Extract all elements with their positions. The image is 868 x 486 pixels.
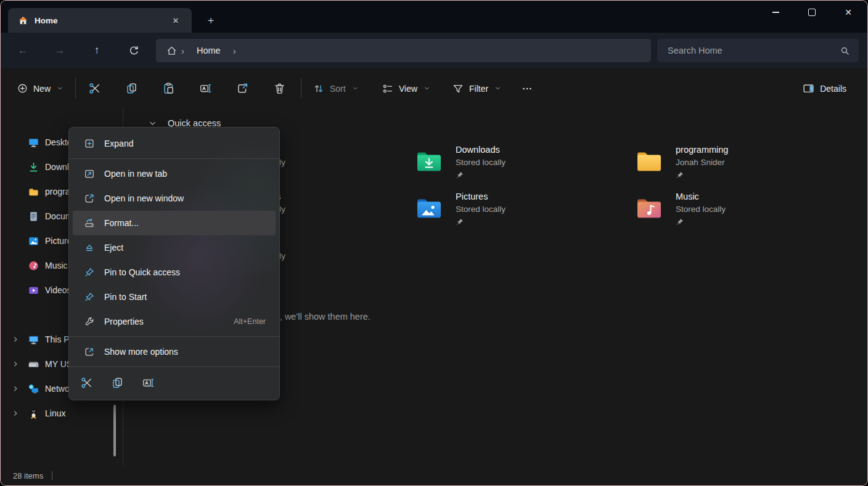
new-button[interactable]: New (10, 77, 70, 100)
menu-item-properties[interactable]: Properties Alt+Enter (73, 309, 276, 334)
address-bar[interactable]: › Home › (156, 39, 651, 62)
navigation-bar: ← → ↑ › Home › (1, 33, 867, 68)
cut-icon (80, 376, 93, 389)
rename-button[interactable] (137, 372, 158, 393)
filter-button[interactable]: Filter (446, 77, 507, 100)
maximize-button[interactable] (798, 2, 826, 23)
network-icon (28, 383, 39, 395)
view-button[interactable]: View (375, 77, 436, 100)
menu-item-expand[interactable]: Expand (73, 131, 276, 156)
tile-music[interactable]: Music Stored locally (635, 188, 845, 235)
ellipsis-icon (521, 83, 533, 95)
menu-item-format[interactable]: Format... (73, 211, 276, 235)
details-label: Details (820, 84, 846, 94)
sort-label: Sort (330, 84, 346, 94)
home-icon (18, 15, 28, 26)
usb-drive-icon (28, 358, 39, 370)
tile-downloads[interactable]: Downloads Stored locally (415, 141, 624, 188)
cut-button[interactable] (83, 77, 106, 100)
chevron-down-icon (494, 85, 501, 92)
tab-home[interactable]: Home ✕ (8, 8, 192, 33)
delete-icon (273, 82, 286, 95)
tab-close-icon[interactable]: ✕ (168, 13, 183, 28)
search-icon[interactable] (840, 46, 850, 56)
breadcrumb-segment[interactable]: Home (197, 46, 221, 55)
chevron-right-icon[interactable] (12, 360, 19, 368)
search-input[interactable] (666, 45, 840, 56)
cut-icon (88, 82, 101, 95)
paste-button[interactable] (157, 77, 180, 100)
items-count: 28 items (13, 471, 43, 480)
new-tab-button[interactable]: ＋ (203, 12, 219, 28)
view-label: View (399, 84, 417, 94)
status-divider (52, 471, 52, 480)
chevron-right-icon[interactable] (12, 410, 19, 417)
chevron-down-icon (57, 85, 63, 92)
minimize-button[interactable] (761, 2, 790, 23)
new-label: New (33, 84, 51, 94)
file-explorer-window: Home ✕ ＋ ✕ ← → ↑ › Home › (0, 0, 868, 486)
copy-button[interactable] (120, 77, 143, 100)
pin-icon (84, 267, 95, 278)
pin-icon (456, 217, 464, 226)
context-menu: Expand Open in new tab Open in new windo… (68, 127, 280, 400)
pin-icon (676, 171, 684, 179)
maximize-icon (808, 9, 816, 16)
tile-programming[interactable]: programming Jonah Snider (635, 141, 845, 188)
up-button[interactable]: ↑ (86, 39, 108, 62)
sort-icon (313, 83, 325, 95)
pin-icon (456, 171, 464, 179)
breadcrumb-chevron-icon: › (181, 46, 184, 56)
eject-icon (84, 242, 95, 253)
menu-separator (69, 158, 279, 159)
menu-item-eject[interactable]: Eject (73, 235, 276, 260)
copy-icon (125, 82, 138, 95)
chevron-right-icon[interactable] (12, 336, 19, 343)
details-pane-icon (802, 82, 815, 95)
breadcrumb-home-icon[interactable] (166, 45, 178, 57)
pictures-icon (28, 235, 39, 247)
new-tab-icon (84, 168, 95, 179)
filter-icon (452, 83, 464, 95)
more-options-button[interactable] (515, 77, 538, 100)
menu-item-open-in-new-tab[interactable]: Open in new tab (73, 161, 276, 186)
close-icon: ✕ (845, 8, 852, 17)
view-icon (382, 83, 394, 95)
documents-icon (28, 211, 39, 222)
music-icon (28, 260, 39, 272)
command-toolbar: New Sort (1, 68, 867, 109)
delete-button[interactable] (268, 77, 291, 100)
chevron-down-icon[interactable] (149, 119, 157, 128)
chevron-right-icon[interactable] (12, 385, 19, 392)
sidebar-scrollbar-thumb[interactable] (113, 405, 116, 456)
menu-item-pin-to-start[interactable]: Pin to Start (73, 285, 276, 309)
details-button[interactable]: Details (796, 77, 853, 100)
share-button[interactable] (231, 77, 254, 100)
show-more-icon (84, 346, 95, 357)
rename-button[interactable] (194, 77, 217, 100)
menu-item-pin-to-quick-access[interactable]: Pin to Quick access (73, 260, 276, 285)
pin-icon (84, 291, 95, 302)
refresh-button[interactable] (123, 39, 145, 62)
tab-title: Home (35, 16, 58, 25)
menu-quick-actions (69, 370, 279, 395)
tile-pictures[interactable]: Pictures Stored locally (415, 188, 624, 235)
menu-item-show-more-options[interactable]: Show more options (73, 339, 276, 364)
menu-item-open-in-new-window[interactable]: Open in new window (73, 186, 276, 211)
toolbar-divider (301, 78, 301, 99)
close-button[interactable]: ✕ (834, 2, 862, 23)
menu-separator (69, 367, 279, 367)
downloads-folder-icon (415, 148, 443, 176)
forward-button[interactable]: → (49, 39, 71, 62)
breadcrumb-chevron-icon: › (233, 46, 236, 56)
cut-button[interactable] (76, 372, 97, 393)
pin-icon (676, 217, 684, 226)
sort-button[interactable]: Sort (306, 77, 365, 100)
format-drive-icon (84, 217, 95, 229)
new-window-icon (84, 193, 95, 204)
copy-button[interactable] (107, 372, 128, 393)
sidebar-item-linux[interactable]: Linux (1, 401, 123, 426)
rename-icon (142, 376, 155, 389)
videos-icon (28, 285, 39, 296)
back-button[interactable]: ← (12, 39, 34, 62)
